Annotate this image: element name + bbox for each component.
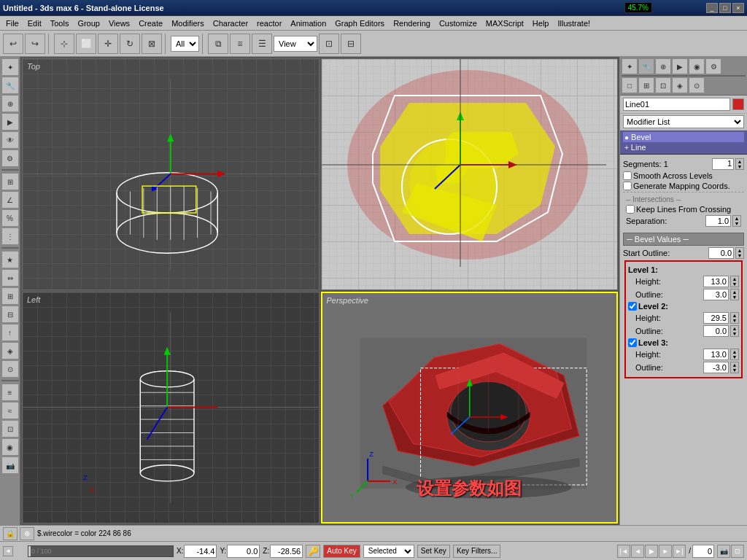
move-button[interactable]: ✛ <box>98 34 118 54</box>
view-select[interactable]: View <box>274 36 317 52</box>
stack-item-line[interactable]: + Line <box>623 142 744 152</box>
level3-outline-input[interactable] <box>703 362 729 373</box>
level1-outline-input[interactable] <box>703 289 729 300</box>
schematic-tool[interactable]: ⊡ <box>1 420 19 438</box>
keep-lines-checkbox[interactable] <box>626 205 635 214</box>
isolate-tool[interactable]: ⊙ <box>1 360 19 378</box>
level2-height-spinner[interactable]: ▲ ▼ <box>730 312 739 324</box>
anim-play-btn[interactable]: ▶ <box>645 545 658 558</box>
mirror-button[interactable]: ⧉ <box>208 34 228 54</box>
hierarchy-tool[interactable]: ⊕ <box>1 95 19 112</box>
spinner-snap-tool[interactable]: ⋮ <box>1 228 19 245</box>
menu-edit[interactable]: Edit <box>23 16 46 30</box>
select-region-button[interactable]: ⬜ <box>76 34 96 54</box>
modifier-list-dropdown[interactable]: Modifier List <box>623 115 744 128</box>
level2-outline-input[interactable] <box>703 325 729 337</box>
track-view-tool[interactable]: ≈ <box>1 402 19 419</box>
object-name-input[interactable] <box>623 98 730 111</box>
generate-mapping-checkbox[interactable] <box>623 182 632 190</box>
angle-snap-tool[interactable]: ∠ <box>1 191 19 209</box>
panel-icon-5[interactable]: ⊙ <box>689 77 705 93</box>
segments-spinner[interactable]: ▲ ▼ <box>735 158 744 170</box>
selection-dropdown[interactable]: Selected <box>363 545 414 558</box>
align-button[interactable]: ≡ <box>230 34 250 54</box>
viewport-left[interactable]: Left <box>22 292 320 524</box>
layer-manager-button[interactable]: ☰ <box>252 34 272 54</box>
maximize-button[interactable]: □ <box>719 3 731 13</box>
render-btn[interactable]: 📷 <box>717 545 730 558</box>
panel-icon-1[interactable]: □ <box>622 77 638 93</box>
menu-maxscript[interactable]: MAXScript <box>481 16 528 30</box>
viewport-perspective[interactable]: Perspective X Z <box>321 292 619 524</box>
key-filters-button[interactable]: Key Filters... <box>453 545 501 558</box>
mirror-left-tool[interactable]: ⇔ <box>1 269 19 287</box>
quickrender-btn[interactable]: ⊡ <box>731 545 744 558</box>
hierarchy-panel-icon[interactable]: ⊕ <box>655 58 671 74</box>
timeline-bar[interactable]: 0 / 100 <box>28 545 174 557</box>
menu-tools[interactable]: Tools <box>46 16 74 30</box>
stack-item-bevel[interactable]: ● Bevel <box>623 132 744 142</box>
zoom-extents-button[interactable]: ⊡ <box>319 34 339 54</box>
separation-spinner[interactable]: ▲ ▼ <box>732 215 741 227</box>
align-left-tool[interactable]: ⊟ <box>1 306 19 323</box>
panel-icon-2[interactable]: ⊞ <box>638 77 654 93</box>
set-key-button[interactable]: Set Key <box>417 545 450 558</box>
level3-height-input[interactable] <box>703 349 729 360</box>
menu-modifiers[interactable]: Modifiers <box>167 16 209 30</box>
separation-input[interactable] <box>705 215 731 227</box>
rotate-button[interactable]: ↻ <box>120 34 140 54</box>
anim-end-btn[interactable]: ►| <box>673 545 686 558</box>
level1-outline-spinner[interactable]: ▲ ▼ <box>730 289 739 300</box>
panel-icon-3[interactable]: ⊡ <box>655 77 671 93</box>
menu-help[interactable]: Help <box>528 16 554 30</box>
y-coord-input[interactable] <box>227 545 260 558</box>
x-coord-input[interactable] <box>184 545 217 558</box>
segments-input[interactable]: 1 <box>712 158 734 170</box>
menu-customize[interactable]: Customize <box>435 16 481 30</box>
menu-group[interactable]: Group <box>73 16 104 30</box>
menu-views[interactable]: Views <box>104 16 134 30</box>
select-button[interactable]: ⊹ <box>54 34 74 54</box>
lock-icon[interactable]: 🔒 <box>3 527 18 540</box>
manage-layers-tool[interactable]: ≡ <box>1 384 19 401</box>
start-outline-spinner[interactable]: ▲ ▼ <box>735 247 744 259</box>
array-tool[interactable]: ⊞ <box>1 287 19 305</box>
motion-panel-icon[interactable]: ▶ <box>672 58 688 74</box>
display-panel-icon[interactable]: ◉ <box>689 58 705 74</box>
level3-height-spinner[interactable]: ▲ ▼ <box>730 349 739 360</box>
smooth-across-checkbox[interactable] <box>623 171 632 180</box>
menu-file[interactable]: File <box>1 16 23 30</box>
auto-key-button[interactable]: Auto Key <box>323 545 360 558</box>
status-icon-2[interactable]: ⊕ <box>20 527 34 540</box>
object-color-swatch[interactable] <box>732 98 744 110</box>
start-outline-input[interactable] <box>708 247 734 259</box>
level2-checkbox[interactable] <box>628 302 637 311</box>
z-coord-input[interactable] <box>270 545 303 558</box>
motion-tool[interactable]: ▶ <box>1 113 19 131</box>
anim-start-btn[interactable]: |◄ <box>617 545 630 558</box>
level3-checkbox[interactable] <box>628 338 637 347</box>
zoom-all-button[interactable]: ⊟ <box>341 34 361 54</box>
utilities-tool[interactable]: ⚙ <box>1 149 19 167</box>
close-button[interactable]: × <box>732 3 744 13</box>
menu-graph-editors[interactable]: Graph Editors <box>330 16 389 30</box>
viewport-front[interactable]: Front <box>321 58 619 290</box>
timeline-prev-btn[interactable]: ◄ <box>3 546 13 556</box>
create-tool[interactable]: ✦ <box>1 58 19 76</box>
menu-character[interactable]: Character <box>209 16 252 30</box>
redo-button[interactable]: ↪ <box>25 34 45 54</box>
percent-snap-tool[interactable]: % <box>1 209 19 227</box>
window-controls[interactable]: _ □ × <box>706 3 744 13</box>
panel-icon-4[interactable]: ◈ <box>672 77 688 93</box>
frame-input[interactable] <box>692 545 714 558</box>
render-setup-tool[interactable]: 📷 <box>1 456 19 474</box>
modify-tool[interactable]: 🔧 <box>1 77 19 94</box>
undo-button[interactable]: ↩ <box>3 34 23 54</box>
minimize-button[interactable]: _ <box>706 3 718 13</box>
level2-height-input[interactable] <box>703 312 729 324</box>
create-panel-icon[interactable]: ✦ <box>622 58 638 74</box>
menu-animation[interactable]: Animation <box>286 16 330 30</box>
modify-panel-icon[interactable]: 🔧 <box>638 58 654 74</box>
viewport-top[interactable]: Top <box>22 58 320 290</box>
scale-button[interactable]: ⊠ <box>142 34 162 54</box>
